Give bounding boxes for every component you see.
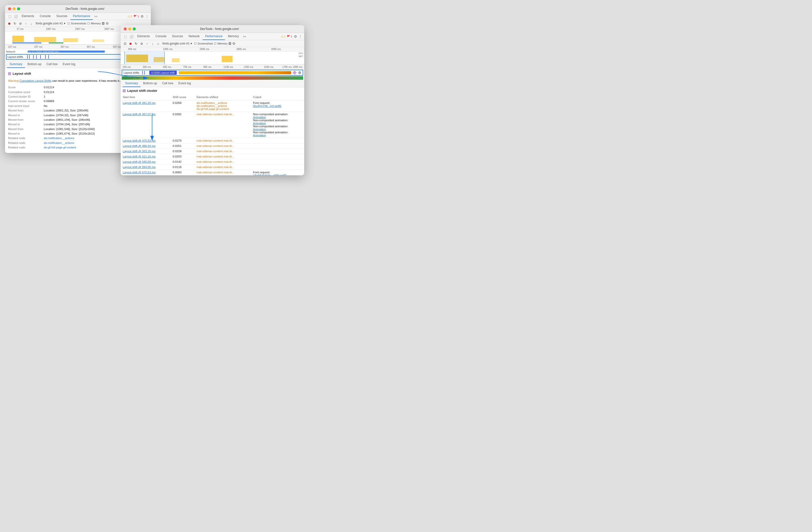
table-row: Layout shift @ 457.07 ms 0.0282 mat-side… [121,112,304,138]
title-bar-1: DevTools - fonts.google.com/ [5,5,151,13]
layout-shift-link-8[interactable]: Layout shift @ 554.05 ms [123,166,156,169]
minimize-button-2[interactable] [128,27,131,30]
tab-bottomup-1[interactable]: Bottom-up [25,61,44,68]
tab-network-2[interactable]: Network [186,33,202,40]
cursor-icon[interactable]: ⬚ [7,14,13,19]
cluster-panel: Layout shift cluster Start time Shift sc… [121,87,304,175]
related-node-2[interactable]: div.notification__actions [44,141,74,145]
col-culprit: Culprit [251,94,304,100]
dock-icon-2[interactable]: ⬜ [129,34,134,39]
table-row: Layout shift @ 554.05 ms 0.0118 mat-side… [121,165,304,170]
tab-bottomup-2[interactable]: Bottom-up [141,80,159,87]
url-dropdown-1[interactable]: ▾ [64,22,66,25]
maximize-button[interactable] [17,7,20,10]
clear-btn-1[interactable]: ⊘ [18,21,23,26]
tab-performance-1[interactable]: Performance [70,13,93,20]
tab-more-1[interactable]: >> [93,13,99,19]
settings-recording-2[interactable]: ⚙ [232,42,235,45]
upload-btn-2[interactable]: ↑ [145,41,149,46]
download-btn-1[interactable]: ↓ [29,21,34,26]
animation-link-2[interactable]: Animation [253,122,266,125]
tab-memory-2[interactable]: Memory [226,33,241,40]
record-btn-2[interactable]: ⏺ [128,41,133,46]
layout-shift-link-4[interactable]: Layout shift @ 486.54 ms [123,144,156,148]
cluster-table: Start time Shift score Elements shifted … [121,94,304,175]
layout-shift-link-9[interactable]: Layout shift @ 570.53 ms [123,171,156,174]
more-icon-2[interactable]: ⋮ [299,34,302,39]
font-link-2[interactable]: HhzMU5Ak9u...p9M.woff2 [253,174,287,175]
layout-shift-link-6[interactable]: Layout shift @ 521.16 ms [123,155,156,158]
settings-recording-1[interactable]: ⚙ [105,22,109,25]
tab-elements-2[interactable]: Elements [135,33,153,40]
font-link-1[interactable]: t5sJIQcYNI...IUI.woff2 [253,104,281,108]
dock-screen-btn-2[interactable]: ⊡ [123,41,127,46]
settings-icon-2[interactable]: ⚙ [294,34,297,39]
element-1b[interactable]: div.notification__actions [197,104,249,108]
tab-performance-2[interactable]: Performance [203,33,225,40]
tab-console-1[interactable]: Console [37,13,53,20]
tab-eventlog-1[interactable]: Event log [60,61,78,68]
tab-elements-1[interactable]: Elements [19,13,37,20]
tab-more-2[interactable]: >> [242,33,247,40]
close-button[interactable] [8,7,11,10]
dock-icon[interactable]: ⬜ [13,14,19,19]
url-dropdown-2[interactable]: ▾ [191,42,192,45]
col-start-time: Start time [121,94,171,100]
memory-checkbox-1[interactable]: ☐ [87,22,90,25]
reload-btn-1[interactable]: ↻ [13,21,17,26]
animation-link-1[interactable]: Animation [253,116,266,119]
element-1a[interactable]: div.notification__actions [197,101,249,104]
animation-link-3[interactable]: Animation [253,128,266,131]
layout-shift-link-2[interactable]: Layout shift @ 457.07 ms [123,113,156,116]
layout-shift-text-1: Layout shift [13,71,31,76]
error-badge-1: 🚩 1 [133,15,139,18]
settings-icon-1[interactable]: ⚙ [141,14,144,18]
screenshots-checkbox-1[interactable]: ☐ [67,22,70,25]
close-button-2[interactable] [124,27,127,30]
tab-eventlog-2[interactable]: Event log [176,80,193,87]
related-node-3[interactable]: div.gf-full-page.gf-content [44,145,76,150]
upload-btn-1[interactable]: ↑ [24,21,28,26]
maximize-button-2[interactable] [133,27,136,30]
layout-shift-link-7[interactable]: Layout shift @ 545.09 ms [123,160,156,163]
more-icon-1[interactable]: ⋮ [145,14,149,18]
reload-btn-2[interactable]: ↻ [134,41,138,46]
tab-calltree-2[interactable]: Call tree [160,80,176,87]
table-row: Layout shift @ 486.54 ms 0.0251 mat-side… [121,143,304,149]
overview-ruler-2: 995 ms 1995 ms 2995 ms 3995 ms 4995 ms [121,47,304,52]
overview-track-2: CPU NET [121,52,304,64]
element-1c[interactable]: div.gf-full-page.gf-content [197,108,249,110]
layout-shift-link-5[interactable]: Layout shift @ 503.26 ms [123,150,156,153]
tab-summary-1[interactable]: Summary [7,61,25,68]
tab-console-2[interactable]: Console [153,33,169,40]
capture-icon-1[interactable]: 🖼 [102,22,105,25]
summary-tabs-2: Summary Bottom-up Call tree Event log [121,80,304,87]
url-text-2: fonts.google.com #1 [162,42,190,45]
url-bar-2: fonts.google.com #1 ▾ [162,42,192,45]
animation-link-4[interactable]: Animation [253,134,266,137]
minimize-button[interactable] [13,7,16,10]
capture-icon-2[interactable]: 🖼 [229,42,231,45]
memory-checkbox-2[interactable]: ☐ [214,42,216,45]
clear-btn-2[interactable]: ⊘ [139,41,144,46]
element-2a[interactable]: mat-sidenav-content.mat-dr... [197,113,249,116]
home-btn-2[interactable]: ⌂ [156,41,160,46]
tab-sources-2[interactable]: Sources [170,33,186,40]
tab-summary-2[interactable]: Summary [123,80,141,87]
error-badge-2: 🚩 1 [287,35,292,38]
recording-controls-2: ⊡ ⏺ ↻ ⊘ ↑ ↓ ⌂ [123,41,160,46]
tab-calltree-1[interactable]: Call tree [44,61,60,68]
related-node-1[interactable]: div.notification__actions [44,136,74,140]
download-btn-2[interactable]: ↓ [150,41,155,46]
warning-label-1: Warning [8,79,19,82]
record-btn-1[interactable]: ⏺ [7,21,12,26]
tab-sources-1[interactable]: Sources [54,13,70,20]
detail-ruler-2: 195 ms 395 ms 595 ms 795 ms 995 ms 1195 … [121,65,304,69]
layout-shift-link-1[interactable]: Layout shift @ 441.20 ms [123,101,156,104]
screenshots-checkbox-2[interactable]: ☐ [194,42,197,45]
layout-shift-link-3[interactable]: Layout shift @ 470.53 ms [123,139,156,142]
cursor-icon-2[interactable]: ⬚ [123,34,128,39]
overview-timeline-2[interactable]: 995 ms 1995 ms 2995 ms 3995 ms 4995 ms C… [121,47,304,65]
warning-continuation: can result in poor user experiences. It … [52,79,122,82]
cumulative-layout-shifts-link[interactable]: Cumulative Layout Shifts [19,79,52,82]
